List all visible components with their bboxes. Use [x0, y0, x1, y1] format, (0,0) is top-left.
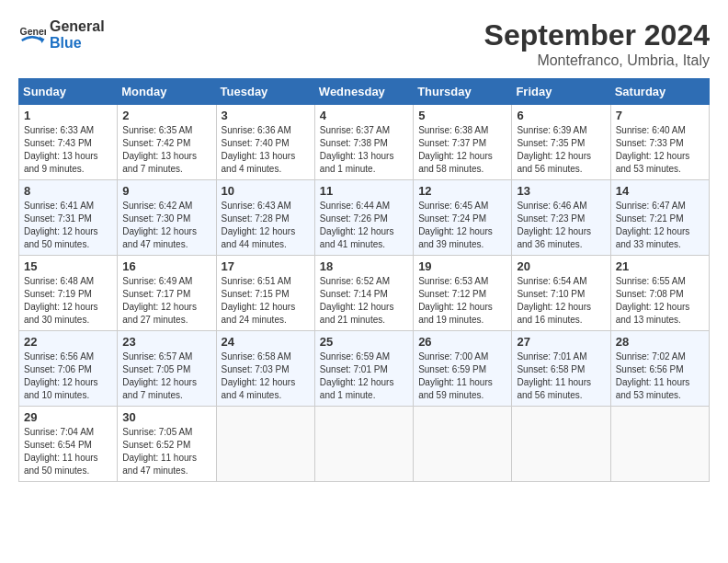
calendar-table: SundayMondayTuesdayWednesdayThursdayFrid… [18, 78, 710, 482]
day-number: 2 [122, 109, 210, 122]
calendar-week-4: 22 Sunrise: 6:56 AM Sunset: 7:06 PM Dayl… [19, 331, 710, 407]
day-info: Sunrise: 6:37 AM Sunset: 7:38 PM Dayligh… [320, 124, 408, 176]
day-number: 24 [222, 335, 310, 349]
day-info: Sunrise: 6:55 AM Sunset: 7:08 PM Dayligh… [616, 275, 704, 327]
day-number: 7 [616, 109, 704, 122]
day-number: 14 [616, 184, 704, 198]
column-header-sunday: Sunday [19, 79, 118, 105]
calendar-cell: 25 Sunrise: 6:59 AM Sunset: 7:01 PM Dayl… [314, 331, 413, 407]
column-header-tuesday: Tuesday [216, 79, 314, 105]
month-title: September 2024 [484, 18, 710, 52]
day-info: Sunrise: 6:47 AM Sunset: 7:21 PM Dayligh… [616, 200, 704, 251]
day-info: Sunrise: 7:02 AM Sunset: 6:56 PM Dayligh… [616, 350, 704, 402]
day-number: 17 [222, 259, 310, 273]
day-number: 11 [320, 184, 408, 198]
day-info: Sunrise: 6:57 AM Sunset: 7:05 PM Dayligh… [122, 350, 210, 402]
calendar-cell: 22 Sunrise: 6:56 AM Sunset: 7:06 PM Dayl… [19, 331, 118, 407]
calendar-cell: 14 Sunrise: 6:47 AM Sunset: 7:21 PM Dayl… [610, 180, 709, 256]
day-info: Sunrise: 6:40 AM Sunset: 7:33 PM Dayligh… [616, 124, 704, 176]
day-number: 16 [122, 259, 210, 273]
day-number: 25 [320, 335, 408, 349]
day-number: 6 [517, 109, 605, 122]
calendar-cell [512, 407, 610, 482]
calendar-cell: 27 Sunrise: 7:01 AM Sunset: 6:58 PM Dayl… [512, 331, 610, 407]
calendar-week-3: 15 Sunrise: 6:48 AM Sunset: 7:19 PM Dayl… [19, 256, 710, 331]
calendar-cell: 17 Sunrise: 6:51 AM Sunset: 7:15 PM Dayl… [216, 256, 314, 331]
calendar-cell: 24 Sunrise: 6:58 AM Sunset: 7:03 PM Dayl… [216, 331, 314, 407]
svg-text:General: General [20, 26, 47, 37]
location-title: Montefranco, Umbria, Italy [484, 52, 710, 69]
column-header-monday: Monday [118, 79, 216, 105]
calendar-cell: 18 Sunrise: 6:52 AM Sunset: 7:14 PM Dayl… [314, 256, 413, 331]
calendar-cell: 5 Sunrise: 6:38 AM Sunset: 7:37 PM Dayli… [414, 105, 512, 180]
day-info: Sunrise: 6:53 AM Sunset: 7:12 PM Dayligh… [418, 275, 506, 327]
calendar-cell [216, 407, 314, 482]
calendar-cell: 26 Sunrise: 7:00 AM Sunset: 6:59 PM Dayl… [414, 331, 512, 407]
calendar-week-2: 8 Sunrise: 6:41 AM Sunset: 7:31 PM Dayli… [19, 180, 710, 256]
day-number: 19 [418, 259, 506, 273]
day-info: Sunrise: 6:48 AM Sunset: 7:19 PM Dayligh… [24, 275, 112, 327]
day-info: Sunrise: 6:43 AM Sunset: 7:28 PM Dayligh… [222, 200, 310, 251]
calendar-cell: 28 Sunrise: 7:02 AM Sunset: 6:56 PM Dayl… [610, 331, 709, 407]
day-info: Sunrise: 6:52 AM Sunset: 7:14 PM Dayligh… [320, 275, 408, 327]
calendar-cell: 1 Sunrise: 6:33 AM Sunset: 7:43 PM Dayli… [19, 105, 118, 180]
calendar-cell [610, 407, 709, 482]
day-number: 20 [517, 259, 605, 273]
calendar-week-5: 29 Sunrise: 7:04 AM Sunset: 6:54 PM Dayl… [19, 407, 710, 482]
day-number: 15 [24, 259, 112, 273]
day-info: Sunrise: 6:45 AM Sunset: 7:24 PM Dayligh… [418, 200, 506, 251]
day-info: Sunrise: 6:35 AM Sunset: 7:42 PM Dayligh… [122, 124, 210, 176]
calendar-cell: 16 Sunrise: 6:49 AM Sunset: 7:17 PM Dayl… [118, 256, 216, 331]
day-info: Sunrise: 7:04 AM Sunset: 6:54 PM Dayligh… [24, 426, 112, 477]
day-info: Sunrise: 6:38 AM Sunset: 7:37 PM Dayligh… [418, 124, 506, 176]
day-number: 1 [24, 109, 112, 122]
calendar-cell: 10 Sunrise: 6:43 AM Sunset: 7:28 PM Dayl… [216, 180, 314, 256]
day-number: 8 [24, 184, 112, 198]
calendar-cell: 11 Sunrise: 6:44 AM Sunset: 7:26 PM Dayl… [314, 180, 413, 256]
calendar-week-1: 1 Sunrise: 6:33 AM Sunset: 7:43 PM Dayli… [19, 105, 710, 180]
calendar-cell: 19 Sunrise: 6:53 AM Sunset: 7:12 PM Dayl… [414, 256, 512, 331]
calendar-cell: 20 Sunrise: 6:54 AM Sunset: 7:10 PM Dayl… [512, 256, 610, 331]
logo-icon: General [18, 21, 46, 49]
day-number: 23 [122, 335, 210, 349]
day-info: Sunrise: 7:00 AM Sunset: 6:59 PM Dayligh… [418, 350, 506, 402]
calendar-cell: 23 Sunrise: 6:57 AM Sunset: 7:05 PM Dayl… [118, 331, 216, 407]
day-info: Sunrise: 6:46 AM Sunset: 7:23 PM Dayligh… [517, 200, 605, 251]
calendar-cell: 3 Sunrise: 6:36 AM Sunset: 7:40 PM Dayli… [216, 105, 314, 180]
day-number: 28 [616, 335, 704, 349]
day-info: Sunrise: 6:49 AM Sunset: 7:17 PM Dayligh… [122, 275, 210, 327]
logo: General General Blue [18, 18, 105, 51]
day-info: Sunrise: 6:36 AM Sunset: 7:40 PM Dayligh… [222, 124, 310, 176]
column-header-friday: Friday [512, 79, 610, 105]
day-info: Sunrise: 7:01 AM Sunset: 6:58 PM Dayligh… [517, 350, 605, 402]
day-number: 22 [24, 335, 112, 349]
day-info: Sunrise: 6:39 AM Sunset: 7:35 PM Dayligh… [517, 124, 605, 176]
day-number: 27 [517, 335, 605, 349]
calendar-cell: 15 Sunrise: 6:48 AM Sunset: 7:19 PM Dayl… [19, 256, 118, 331]
logo-general: General [50, 18, 105, 35]
page-header: General General Blue September 2024 Mont… [18, 18, 710, 69]
day-info: Sunrise: 6:33 AM Sunset: 7:43 PM Dayligh… [24, 124, 112, 176]
calendar-cell: 12 Sunrise: 6:45 AM Sunset: 7:24 PM Dayl… [414, 180, 512, 256]
day-info: Sunrise: 6:59 AM Sunset: 7:01 PM Dayligh… [320, 350, 408, 402]
day-number: 10 [222, 184, 310, 198]
calendar-cell: 30 Sunrise: 7:05 AM Sunset: 6:52 PM Dayl… [118, 407, 216, 482]
day-number: 3 [222, 109, 310, 122]
calendar-cell: 29 Sunrise: 7:04 AM Sunset: 6:54 PM Dayl… [19, 407, 118, 482]
calendar-cell: 6 Sunrise: 6:39 AM Sunset: 7:35 PM Dayli… [512, 105, 610, 180]
logo-blue: Blue [50, 35, 105, 52]
day-number: 5 [418, 109, 506, 122]
column-header-wednesday: Wednesday [314, 79, 413, 105]
calendar-cell: 8 Sunrise: 6:41 AM Sunset: 7:31 PM Dayli… [19, 180, 118, 256]
calendar-cell: 13 Sunrise: 6:46 AM Sunset: 7:23 PM Dayl… [512, 180, 610, 256]
day-info: Sunrise: 6:42 AM Sunset: 7:30 PM Dayligh… [122, 200, 210, 251]
day-number: 4 [320, 109, 408, 122]
day-info: Sunrise: 6:54 AM Sunset: 7:10 PM Dayligh… [517, 275, 605, 327]
day-number: 9 [122, 184, 210, 198]
day-number: 30 [122, 410, 210, 424]
day-info: Sunrise: 6:58 AM Sunset: 7:03 PM Dayligh… [222, 350, 310, 402]
day-number: 12 [418, 184, 506, 198]
day-info: Sunrise: 7:05 AM Sunset: 6:52 PM Dayligh… [122, 426, 210, 477]
calendar-cell [314, 407, 413, 482]
day-info: Sunrise: 6:56 AM Sunset: 7:06 PM Dayligh… [24, 350, 112, 402]
